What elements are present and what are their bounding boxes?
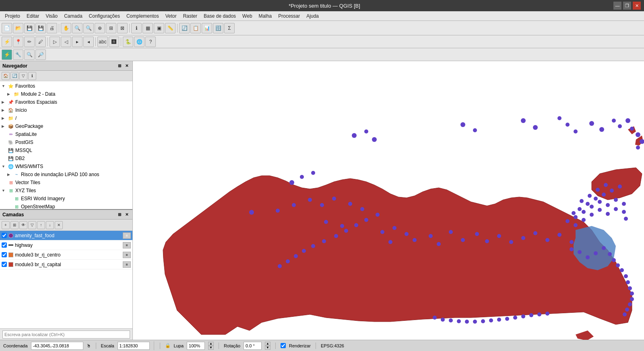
help-btn[interactable]: ? <box>145 37 156 47</box>
coord-input[interactable] <box>31 342 83 350</box>
layers-move-up-btn[interactable]: ↑ <box>37 221 45 229</box>
new-btn[interactable]: 📄 <box>2 23 12 33</box>
layer-fastfood-check[interactable] <box>2 233 7 238</box>
layers-dock-icon[interactable]: ⊞ <box>116 211 123 218</box>
identify-btn[interactable]: ℹ <box>131 23 142 33</box>
map-area[interactable] <box>133 61 644 340</box>
stat-btn[interactable]: 📊 <box>202 23 212 33</box>
layer-fastfood[interactable]: amenity_fast_food ≡ <box>0 231 132 240</box>
layers-add-btn[interactable]: + <box>2 221 10 229</box>
menu-vetor[interactable]: Vetor <box>162 12 180 20</box>
layers-remove-btn[interactable]: ✕ <box>55 221 63 229</box>
nav-mssql[interactable]: 💾 MSSQL <box>0 146 132 154</box>
nav-db2[interactable]: 💾 DB2 <box>0 154 132 162</box>
open-btn[interactable]: 📂 <box>13 23 23 33</box>
plugin2[interactable]: 🌐 <box>134 37 144 47</box>
nav-home-btn[interactable]: 🏠 <box>2 72 10 80</box>
dig2[interactable]: 📍 <box>13 37 23 47</box>
layer-centro-vis[interactable]: ≡ <box>123 252 131 258</box>
nav-dock-icon[interactable]: ⊞ <box>116 63 123 69</box>
pan-btn[interactable]: ✋ <box>61 23 71 33</box>
rotation-input[interactable] <box>244 342 262 350</box>
layers-toggle-btn[interactable]: 👁 <box>19 221 27 229</box>
menu-basededados[interactable]: Base de dados <box>200 12 239 20</box>
nav-postgis[interactable]: 🐘 PostGIS <box>0 138 132 146</box>
nav-wms[interactable]: ▼ 🌐 WMS/WMTS <box>0 162 132 170</box>
nav-favorites[interactable]: ▼ ⭐ Favoritos <box>0 82 132 90</box>
nav-vectortiles[interactable]: ⊞ Vector Tiles <box>0 179 132 187</box>
dig7[interactable]: ▸ <box>72 37 83 47</box>
menu-projeto[interactable]: Projeto <box>2 12 23 20</box>
rot-down[interactable]: ▼ <box>265 346 270 350</box>
nav-esri[interactable]: ⊞ ESRI World Imagery <box>0 195 132 203</box>
snap3[interactable]: 🔍 <box>24 49 35 60</box>
sum-btn[interactable]: Σ <box>224 23 235 33</box>
zoom-in-btn[interactable]: 🔍 <box>72 23 83 33</box>
zoom-layer-btn[interactable]: ⊞ <box>106 23 116 33</box>
zoom-full-btn[interactable]: ⊕ <box>95 23 105 33</box>
nav-filter-btn[interactable]: ▽ <box>19 72 27 80</box>
layer-highway-check[interactable] <box>2 242 7 248</box>
nav-refresh-btn[interactable]: 🔄 <box>10 72 19 80</box>
menu-processar[interactable]: Processar <box>275 12 303 20</box>
layers-move-down-btn[interactable]: ↓ <box>46 221 54 229</box>
layers-filter-btn[interactable]: ▽ <box>28 221 36 229</box>
dig6[interactable]: ◁ <box>61 37 71 47</box>
menu-viso[interactable]: Visão <box>42 12 61 20</box>
nav-geopkg[interactable]: ▶ 📦 GeoPackage <box>0 122 132 130</box>
print-btn[interactable]: 🖨 <box>47 23 57 33</box>
nav-risco[interactable]: ▶ ~ Risco de inundação LiPAD 100 anos <box>0 170 132 179</box>
nav-root[interactable]: ▶ 📁 / <box>0 114 132 122</box>
menu-ajuda[interactable]: Ajuda <box>303 12 322 20</box>
menu-editar[interactable]: Editar <box>23 12 42 20</box>
dig8[interactable]: ◂ <box>83 37 94 47</box>
attr-table-btn[interactable]: 📋 <box>190 23 201 33</box>
select-btn[interactable]: ▦ <box>142 23 153 33</box>
layers-add-group-btn[interactable]: ⊞ <box>10 221 19 229</box>
menu-web[interactable]: Web <box>239 12 255 20</box>
menu-complementos[interactable]: Complementos <box>123 12 162 20</box>
save-as-btn[interactable]: 💾 <box>35 23 46 33</box>
calc-btn[interactable]: 🔢 <box>213 23 223 33</box>
layer-highway[interactable]: highway ≡ <box>0 240 132 250</box>
layer-centro[interactable]: module3 br_rj_centro ≡ <box>0 250 132 260</box>
nav-spatialite[interactable]: ✏ SpatiaLite <box>0 130 132 138</box>
menu-raster[interactable]: Raster <box>180 12 200 20</box>
dig1[interactable]: ⚡ <box>2 37 12 47</box>
layer-highway-vis[interactable]: ≡ <box>123 242 131 248</box>
scale-input[interactable] <box>118 342 150 350</box>
label2[interactable]: 🅰 <box>109 37 119 47</box>
close-button[interactable]: ✕ <box>633 2 641 10</box>
layer-fastfood-vis[interactable]: ≡ <box>123 232 131 239</box>
menu-configuraes[interactable]: Configurações <box>86 12 123 20</box>
menu-malha[interactable]: Malha <box>256 12 275 20</box>
dig4[interactable]: 🖊 <box>35 37 46 47</box>
label1[interactable]: abc <box>97 37 108 47</box>
lupa-down[interactable]: ▼ <box>208 346 214 350</box>
restore-button[interactable]: ❐ <box>623 2 631 10</box>
nav-osm[interactable]: ⊞ OpenStreetMap <box>0 203 132 209</box>
nav-inicio[interactable]: ▶ 🏠 Início <box>0 106 132 114</box>
snap1[interactable]: ⚡ <box>2 49 12 60</box>
deselect-btn[interactable]: ▣ <box>154 23 164 33</box>
refresh-btn[interactable]: 🔄 <box>179 23 190 33</box>
nav-module2[interactable]: ▶ 📁 Module 2 - Data <box>0 90 132 98</box>
minimize-button[interactable]: — <box>613 2 621 10</box>
save-btn[interactable]: 💾 <box>24 23 35 33</box>
layer-capital[interactable]: module3 br_rj_capital ≡ <box>0 260 132 269</box>
rot-up[interactable]: ▲ <box>265 342 270 346</box>
zoom-sel-btn[interactable]: ⊠ <box>117 23 128 33</box>
nav-fav-espaciais[interactable]: ▶ 📌 Favoritos Espaciais <box>0 98 132 106</box>
measure-btn[interactable]: 📏 <box>165 23 175 33</box>
nav-close-icon[interactable]: ✕ <box>124 63 130 69</box>
render-check[interactable] <box>281 343 286 348</box>
dig3[interactable]: ✏ <box>24 37 35 47</box>
dig5[interactable]: ▷ <box>50 37 60 47</box>
layer-capital-check[interactable] <box>2 262 7 267</box>
zoom-out-btn[interactable]: 🔍 <box>83 23 94 33</box>
layer-capital-vis[interactable]: ≡ <box>123 261 131 268</box>
nav-info-btn[interactable]: ℹ <box>28 72 36 80</box>
nav-xyztiles[interactable]: ▼ ⊞ XYZ Tiles <box>0 187 132 195</box>
snap2[interactable]: 🔧 <box>13 49 23 60</box>
menu-camada[interactable]: Camada <box>61 12 85 20</box>
